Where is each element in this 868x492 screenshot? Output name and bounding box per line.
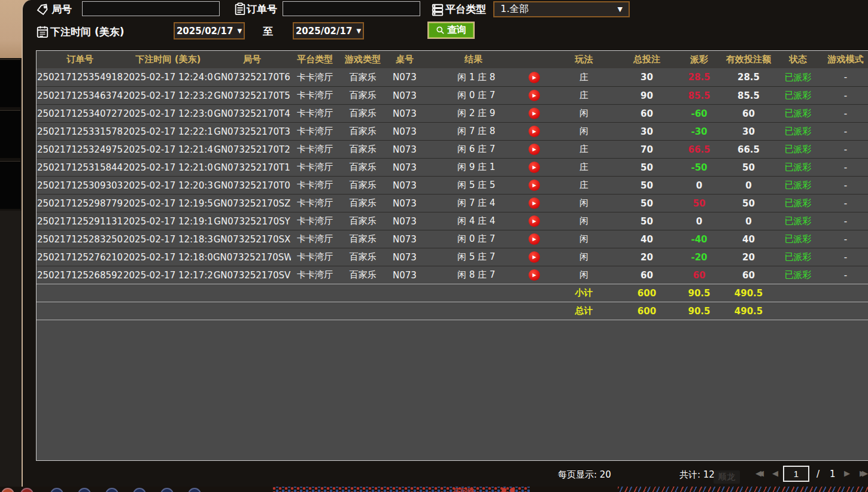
table-row: 250217125331578 2025-02-17 12:22:17 GN07…	[37, 122, 868, 140]
replay-icon[interactable]: ▶	[529, 90, 540, 101]
round-no-input[interactable]	[82, 1, 220, 16]
cell-game-mode: -	[822, 216, 868, 227]
result-text: 闲 5 庄 7	[457, 251, 495, 263]
replay-icon[interactable]: ▶	[529, 72, 540, 83]
col-header-status: 状态	[774, 54, 822, 65]
replay-icon[interactable]: ▶	[529, 108, 540, 119]
order-no-label: 订单号	[247, 2, 277, 16]
total-row: 总计 600 90.5 490.5	[37, 302, 868, 320]
cell-platform: 卡卡湾厅	[291, 144, 339, 155]
cell-game-type: 百家乐	[339, 144, 387, 155]
road-label: 庄问路	[453, 487, 475, 492]
first-page-button[interactable]: ◀◀	[755, 469, 760, 478]
table-row: 250217125354918 2025-02-17 12:24:05 GN07…	[37, 68, 868, 86]
cell-result: 闲 0 庄 7 ▶	[423, 233, 550, 245]
chip-icon	[1, 488, 14, 492]
subtotal-payout: 90.5	[675, 288, 723, 299]
prev-page-button[interactable]: ◀	[772, 469, 778, 478]
table-row: 250217125324975 2025-02-17 12:21:48 GN07…	[37, 140, 868, 158]
replay-icon[interactable]: ▶	[529, 180, 540, 191]
date-from-picker[interactable]: 2025/02/17 ▼	[174, 22, 245, 40]
cell-total-bet: 50	[618, 180, 675, 191]
date-from-value: 2025/02/17	[177, 26, 233, 37]
cell-game-mode: -	[822, 234, 868, 245]
cell-order-id: 250217125276210	[37, 252, 123, 263]
cell-order-id: 250217125298779	[37, 198, 123, 209]
cell-valid-bet: 85.5	[723, 90, 774, 101]
page-number-input[interactable]	[783, 466, 809, 482]
date-to-picker[interactable]: 2025/02/17 ▼	[293, 22, 364, 40]
replay-icon[interactable]: ▶	[529, 215, 540, 227]
platform-type-select[interactable]: 1.全部 ▼	[493, 1, 630, 17]
replay-icon[interactable]: ▶	[529, 126, 540, 137]
chevron-down-icon: ▼	[356, 28, 361, 34]
chevron-down-icon: ▼	[618, 5, 623, 13]
status-badge: 已派彩	[774, 269, 822, 281]
cell-game-type: 百家乐	[339, 162, 387, 173]
total-payout: 90.5	[675, 306, 723, 317]
cell-platform: 卡卡湾厅	[291, 126, 339, 137]
replay-icon[interactable]: ▶	[529, 269, 540, 281]
cell-bet-time: 2025-02-17 12:23:02	[123, 108, 213, 119]
cell-table-no: N073	[387, 216, 423, 227]
platform-icon	[431, 2, 444, 17]
cell-platform: 卡卡湾厅	[291, 72, 339, 83]
table-header-row: 订单号 下注时间 (美东) 局号 平台类型 游戏类型 桌号 结果 玩法 总投注 …	[37, 51, 868, 68]
col-header-payout: 派彩	[675, 54, 723, 65]
cell-valid-bet: 20	[723, 252, 774, 263]
background-sidebar-item	[0, 161, 20, 209]
chip-icon	[50, 488, 63, 492]
cell-total-bet: 90	[618, 90, 675, 101]
col-header-round-no: 局号	[213, 54, 291, 65]
cell-result: 闲 0 庄 7 ▶	[423, 90, 550, 101]
chip-icon	[133, 488, 146, 492]
cell-game-type: 百家乐	[339, 72, 387, 83]
order-no-input[interactable]	[283, 1, 420, 16]
cell-payout: 60	[675, 270, 723, 281]
cell-game-type: 百家乐	[339, 180, 387, 191]
round-no-label: 局号	[51, 2, 72, 16]
status-badge: 已派彩	[774, 215, 822, 227]
cell-valid-bet: 60	[723, 270, 774, 281]
result-text: 闲 0 庄 7	[457, 233, 495, 245]
cell-result: 闲 1 庄 8 ▶	[423, 72, 550, 83]
bet-time-label: 下注时间 (美东)	[50, 25, 124, 39]
cell-game-type: 百家乐	[339, 108, 387, 119]
result-text: 闲 2 庄 9	[457, 108, 495, 119]
replay-icon[interactable]: ▶	[529, 251, 540, 263]
cell-game-type: 百家乐	[339, 126, 387, 137]
cell-game-type: 百家乐	[339, 90, 387, 101]
search-button[interactable]: 查询	[427, 22, 475, 39]
status-badge: 已派彩	[774, 126, 822, 137]
last-page-button[interactable]: ▶▶	[860, 469, 864, 478]
chip-icon	[160, 488, 174, 492]
cell-game-mode: -	[822, 198, 868, 209]
result-text: 闲 1 庄 8	[457, 72, 495, 83]
cell-bet-time: 2025-02-17 12:18:32	[123, 234, 213, 245]
cell-table-no: N073	[387, 90, 423, 101]
replay-icon[interactable]: ▶	[529, 144, 540, 155]
cell-payout: -40	[675, 234, 723, 245]
replay-icon[interactable]: ▶	[529, 233, 540, 245]
status-badge: 已派彩	[774, 198, 822, 209]
cell-total-bet: 60	[618, 108, 675, 119]
cell-result: 闲 5 庄 5 ▶	[423, 180, 550, 191]
cell-payout: -50	[675, 162, 723, 173]
clipboard-icon	[233, 2, 247, 16]
cell-game-type: 百家乐	[339, 269, 387, 281]
next-page-button[interactable]: ▶	[844, 469, 850, 478]
cell-bet-time: 2025-02-17 12:20:36	[123, 180, 213, 191]
background-bleed-badge: 顺龙	[714, 470, 740, 484]
cell-bet-time: 2025-02-17 12:19:50	[123, 198, 213, 209]
replay-icon[interactable]: ▶	[529, 162, 540, 173]
page-separator: /	[817, 469, 820, 479]
cell-order-id: 250217125268592	[37, 270, 123, 281]
result-text: 闲 4 庄 4	[457, 215, 495, 227]
cell-game-mode: -	[822, 270, 868, 281]
tag-icon	[36, 2, 49, 16]
cell-round-no: GN073252170T3	[213, 126, 291, 137]
col-header-order-id: 订单号	[37, 54, 123, 65]
replay-icon[interactable]: ▶	[529, 198, 540, 209]
total-count-label: 共计: 12	[679, 469, 715, 481]
result-text: 闲 9 庄 1	[457, 162, 495, 173]
